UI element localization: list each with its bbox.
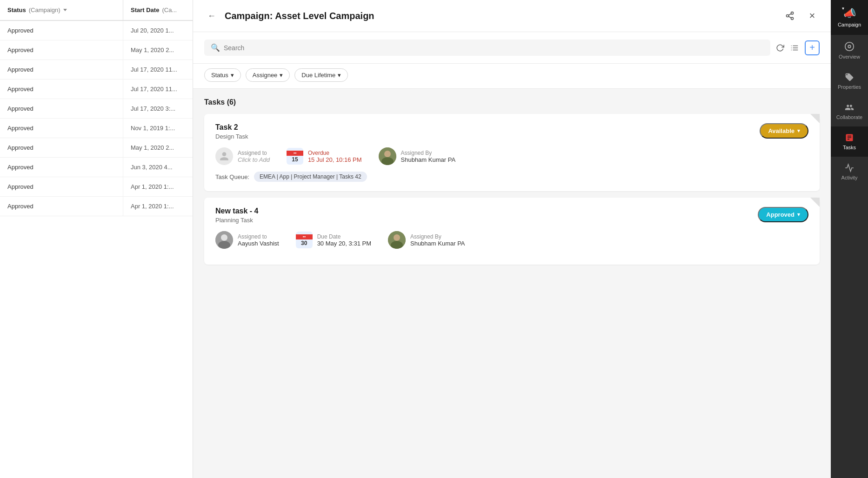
assigned-by-meta: Assigned By Shubham Kumar PA: [379, 147, 456, 165]
task-meta: Assigned to Click to Add ▪▪ 15 Overdue 1…: [215, 147, 808, 165]
startdate-cell: May 1, 2020 2...: [123, 40, 193, 60]
task-info: Task 2 Design Task: [215, 123, 248, 140]
status-cell: Approved: [0, 119, 123, 138]
svg-point-18: [394, 234, 400, 241]
activity-icon: [845, 163, 854, 173]
table-row[interactable]: Approved Jul 17, 2020 3:...: [0, 99, 193, 119]
startdate-cell: May 1, 2020 2...: [123, 138, 193, 157]
assigned-by-avatar: [379, 147, 396, 165]
task-card: Task 2 Design Task Available ▾: [204, 114, 820, 191]
filter-sort-icon: [790, 44, 799, 52]
filter-status-button[interactable]: Status ▾: [204, 68, 241, 82]
content-area: Tasks (6) Task 2 Design Task Available ▾: [193, 89, 831, 478]
avatar-image: [215, 231, 233, 249]
due-date-value: 30 May 20, 3:31 PM: [317, 240, 371, 247]
svg-point-15: [221, 234, 227, 241]
due-date-meta: ▪▪ 15 Overdue 15 Jul 20, 10:16 PM: [287, 148, 362, 165]
task-card-header: Task 2 Design Task Available ▾: [215, 123, 808, 140]
task-card: New task - 4 Planning Task Approved ▾: [204, 198, 820, 265]
close-button[interactable]: ×: [805, 8, 820, 23]
task-status-badge[interactable]: Available ▾: [760, 123, 808, 139]
status-cell: Approved: [0, 99, 123, 118]
search-input-wrap: 🔍: [204, 40, 770, 56]
add-task-button[interactable]: +: [805, 40, 820, 55]
left-table-panel: Status (Campaign) Start Date (Ca... Appr…: [0, 0, 193, 478]
filter-bar: Status ▾ Assignee ▾ Due Lifetime ▾: [193, 64, 831, 89]
main-panel: ← Campaign: Asset Level Campaign × 🔍: [193, 0, 831, 478]
assignee-avatar[interactable]: [215, 147, 233, 165]
assigned-to-meta: Assigned to Click to Add: [215, 147, 270, 165]
task-queue-badge[interactable]: EMEA | App | Project Manager | Tasks 42: [254, 172, 367, 182]
status-cell: Approved: [0, 158, 123, 177]
startdate-cell: Jul 20, 2020 1...: [123, 21, 193, 40]
startdate-cell: Apr 1, 2020 1:...: [123, 197, 193, 216]
startdate-column-header[interactable]: Start Date (Ca...: [123, 0, 193, 20]
assigned-to-text: Assigned to Aayush Vashist: [238, 233, 279, 247]
filter-due-button[interactable]: Due Lifetime ▾: [294, 68, 348, 82]
due-date-text: Due Date 30 May 20, 3:31 PM: [317, 233, 371, 247]
sidebar-item-properties[interactable]: Properties: [831, 66, 868, 96]
filter-assignee-button[interactable]: Assignee ▾: [246, 68, 290, 82]
table-row[interactable]: Approved May 1, 2020 2...: [0, 40, 193, 60]
table-row[interactable]: Approved Jul 20, 2020 1...: [0, 21, 193, 40]
sidebar-label-collaborate: Collaborate: [836, 114, 862, 120]
panel-title: Campaign: Asset Level Campaign: [225, 11, 374, 21]
share-icon: [785, 11, 795, 20]
search-icon: 🔍: [211, 43, 220, 52]
chevron-down-icon: ▾: [231, 72, 234, 79]
table-row[interactable]: Approved Apr 1, 2020 1:...: [0, 197, 193, 216]
table-row[interactable]: Approved Jul 17, 2020 11...: [0, 60, 193, 80]
sidebar-item-collaborate[interactable]: Collaborate: [831, 96, 868, 126]
share-button[interactable]: [782, 8, 797, 23]
refresh-icon: [776, 44, 784, 52]
due-date-value: 15 Jul 20, 10:16 PM: [308, 156, 362, 163]
status-cell: Approved: [0, 197, 123, 216]
table-row[interactable]: Approved May 1, 2020 2...: [0, 138, 193, 158]
table-row[interactable]: Approved Apr 1, 2020 1:...: [0, 177, 193, 197]
status-cell: Approved: [0, 21, 123, 40]
status-cell: Approved: [0, 80, 123, 99]
startdate-cell: Jul 17, 2020 11...: [123, 80, 193, 99]
task-status-badge[interactable]: Approved ▾: [758, 207, 808, 222]
table-row[interactable]: Approved Jun 3, 2020 4...: [0, 158, 193, 177]
startdate-cell: Jun 3, 2020 4...: [123, 158, 193, 177]
avatar-image: [388, 231, 406, 249]
table-header: Status (Campaign) Start Date (Ca...: [0, 0, 193, 21]
svg-point-20: [845, 42, 854, 51]
svg-line-3: [788, 16, 791, 18]
search-bar-row: 🔍 +: [193, 32, 831, 64]
assignee-avatar: [215, 231, 233, 249]
tasks-icon: [845, 133, 854, 142]
back-button[interactable]: ←: [204, 8, 219, 23]
search-input[interactable]: [224, 44, 764, 52]
sidebar-item-tasks[interactable]: Tasks: [831, 126, 868, 157]
filter-sort-button[interactable]: [790, 44, 799, 52]
assigned-by-value: Shubham Kumar PA: [410, 240, 465, 247]
task-meta: Assigned to Aayush Vashist ▪▪ 30 Due Dat…: [215, 231, 808, 249]
chevron-down-icon: ▾: [797, 212, 800, 218]
sidebar-label-overview: Overview: [839, 54, 860, 60]
startdate-cell: Jul 17, 2020 3:...: [123, 99, 193, 118]
collaborate-icon: [844, 103, 855, 112]
startdate-cell: Jul 17, 2020 11...: [123, 60, 193, 79]
status-column-header[interactable]: Status (Campaign): [0, 0, 123, 20]
campaign-icon: 📣: [843, 7, 856, 20]
sidebar-item-campaign[interactable]: ▼ 📣 Campaign: [831, 0, 868, 35]
status-cell: Approved: [0, 138, 123, 157]
assigned-by-text: Assigned By Shubham Kumar PA: [410, 233, 465, 247]
sidebar-item-activity[interactable]: Activity: [831, 157, 868, 187]
status-cell: Approved: [0, 40, 123, 60]
table-row[interactable]: Approved Nov 1, 2019 1:...: [0, 119, 193, 138]
svg-point-21: [848, 45, 851, 48]
calendar-icon: ▪▪ 30: [296, 232, 313, 248]
table-row[interactable]: Approved Jul 17, 2020 11...: [0, 80, 193, 99]
click-to-add[interactable]: Click to Add: [238, 156, 270, 163]
properties-icon: [845, 73, 854, 82]
refresh-button[interactable]: [776, 44, 784, 52]
chevron-down-icon: ▾: [797, 128, 800, 134]
due-date-meta: ▪▪ 30 Due Date 30 May 20, 3:31 PM: [296, 232, 371, 248]
chevron-down-icon: ▾: [280, 72, 283, 79]
panel-header-right: ×: [782, 8, 820, 23]
task-card-header: New task - 4 Planning Task Approved ▾: [215, 207, 808, 224]
sidebar-item-overview[interactable]: Overview: [831, 35, 868, 66]
